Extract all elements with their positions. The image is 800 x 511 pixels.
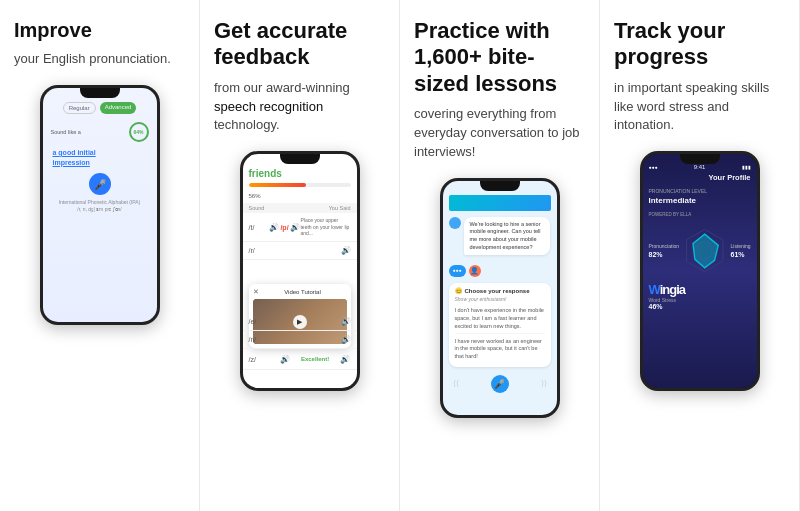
- phoneme-e: /e/: [249, 318, 269, 325]
- speaker-icon-2: 🔊: [290, 223, 300, 232]
- vt-title: Video Tutorial: [284, 289, 321, 295]
- next-icon: ⟩⟩: [541, 379, 547, 388]
- phone-screen-2: friends 56% Sound You Said /t/ 🔊 /p/ 🔊 P…: [243, 154, 357, 388]
- mic-row: ⟨⟨ 🎤 ⟩⟩: [449, 371, 551, 397]
- response-area: 😊 Choose your response Show your enthusi…: [449, 283, 551, 366]
- practice-text: a good initial impression: [53, 148, 147, 168]
- speaker-icon-1: 🔊: [269, 223, 279, 232]
- response-option-2[interactable]: I have never worked as an engineer in th…: [455, 336, 545, 363]
- signal-icon: ●●●: [649, 164, 658, 170]
- status-time: 9:41: [694, 164, 706, 170]
- radar-chart: [679, 223, 730, 278]
- phone-notch-4: [680, 154, 720, 164]
- percent-label: 56%: [243, 193, 357, 199]
- speaker-icon-n: 🔊: [341, 335, 351, 344]
- phone-screen-1: Regular Advanced Sound like a 64% a good…: [43, 88, 157, 322]
- phone-practice: We're looking to hire a senior mobile en…: [414, 174, 585, 499]
- chat-avatar: [449, 217, 461, 229]
- wingia-logo-area: Wingia Word Stress 46%: [649, 282, 751, 310]
- level-label: PRONUNCIATION LEVEL: [649, 188, 751, 194]
- wingia-brand: Wingia: [649, 282, 751, 297]
- panel-2-subtitle: from our award-winning speech recognitio…: [214, 79, 385, 136]
- progress-fill: [249, 183, 306, 187]
- phone-improve: Regular Advanced Sound like a 64% a good…: [14, 81, 185, 499]
- close-icon[interactable]: ✕: [253, 288, 259, 296]
- ipa-text: International Phonetic Alphabet (IPA) /r…: [49, 199, 151, 212]
- profile-title: Your Profile: [649, 173, 751, 182]
- chat-bubble: We're looking to hire a senior mobile en…: [464, 217, 551, 256]
- phone-mockup-2: friends 56% Sound You Said /t/ 🔊 /p/ 🔊 P…: [240, 151, 360, 391]
- panel-3-header: Practice with 1,600+ bite-sized lessons …: [414, 18, 585, 174]
- mic-button[interactable]: 🎤: [89, 173, 111, 195]
- tab-regular[interactable]: Regular: [63, 102, 96, 114]
- phoneme-1: /t/: [249, 224, 269, 231]
- progress-circle: 64%: [129, 122, 149, 142]
- chart-labels-right: Listening 61%: [730, 243, 750, 258]
- pron-label: Pronunciation: [649, 243, 680, 249]
- word-stress-score: 46%: [649, 303, 751, 310]
- prev-icon: ⟨⟨: [453, 379, 459, 388]
- phone-track: ●●● 9:41 ▮▮▮ Your Profile PRONUNCIATION …: [614, 147, 785, 499]
- speaker-icon-z: 🔊: [280, 355, 290, 364]
- phone-mockup-4: ●●● 9:41 ▮▮▮ Your Profile PRONUNCIATION …: [640, 151, 760, 391]
- panel-feedback: Get accurate feedback from our award-win…: [200, 0, 400, 511]
- panel-improve: Improve your English pronunciation. Regu…: [0, 0, 200, 511]
- phone-notch-2: [280, 154, 320, 164]
- phone-top-bar: ●●● 9:41 ▮▮▮: [649, 164, 751, 170]
- wingia-w: W: [649, 282, 660, 297]
- chart-labels-left: Pronunciation 82%: [649, 243, 680, 258]
- powered-by: POWERED BY ELLA: [649, 212, 692, 217]
- chat-actions: ●●● 👤: [449, 265, 551, 277]
- battery-icon: ▮▮▮: [742, 164, 751, 170]
- panel-2-header: Get accurate feedback from our award-win…: [214, 18, 385, 147]
- panel-1-title: Improve your English pronunciation.: [14, 18, 185, 81]
- progress-bar: [249, 183, 351, 187]
- panel-3-title: Practice with 1,600+ bite-sized lessons: [414, 18, 585, 97]
- emoji-icon: 😊: [455, 287, 462, 294]
- vt-header: ✕ Video Tutorial: [253, 288, 347, 296]
- panel-3-subtitle: covering everything from everyday conver…: [414, 105, 585, 162]
- mic-button-3[interactable]: 🎤: [491, 375, 509, 393]
- phone-screen-4: ●●● 9:41 ▮▮▮ Your Profile PRONUNCIATION …: [643, 154, 757, 388]
- desc-1: Place your upper teeth on your lower lip…: [300, 217, 350, 237]
- phone-notch-3: [480, 181, 520, 191]
- pron-score: 82%: [649, 251, 680, 258]
- tabs-container: Regular Advanced: [49, 102, 151, 114]
- panel-4-title: Track your progress: [614, 18, 785, 71]
- table-row: /r/ 🔊: [243, 242, 357, 260]
- wingia-text: ingia: [660, 282, 685, 297]
- said-1: /p/: [280, 224, 288, 231]
- play-button[interactable]: ▶: [293, 315, 307, 329]
- table-header: Sound You Said: [243, 203, 357, 213]
- listening-score: 61%: [730, 251, 750, 258]
- phone-feedback: friends 56% Sound You Said /t/ 🔊 /p/ 🔊 P…: [214, 147, 385, 499]
- phoneme-z: /z/: [249, 356, 269, 363]
- choose-response-title: 😊 Choose your response: [455, 287, 545, 294]
- response-option-1[interactable]: I don't have experience in the mobile sp…: [455, 305, 545, 333]
- panel-4-header: Track your progress in important speakin…: [614, 18, 785, 147]
- speaker-icon-e: 🔊: [341, 317, 351, 326]
- panel-practice: Practice with 1,600+ bite-sized lessons …: [400, 0, 600, 511]
- chat-avatar-user: 👤: [469, 265, 481, 277]
- chat-row: We're looking to hire a senior mobile en…: [449, 217, 551, 262]
- word-display: friends: [243, 168, 357, 179]
- ella-logo: POWERED BY ELLA: [649, 211, 751, 217]
- speaker-icon-z2: 🔊: [340, 355, 350, 364]
- phone-mockup-1: Regular Advanced Sound like a 64% a good…: [40, 85, 160, 325]
- svg-marker-3: [693, 234, 718, 268]
- chat-header-bg: [449, 195, 551, 211]
- chat-btn-1[interactable]: ●●●: [449, 265, 466, 277]
- phone-screen-3: We're looking to hire a senior mobile en…: [443, 181, 557, 415]
- tab-advanced[interactable]: Advanced: [100, 102, 137, 114]
- table-row-n: /n/ 🔊: [243, 331, 357, 349]
- panel-track: Track your progress in important speakin…: [600, 0, 800, 511]
- phoneme-2: /r/: [249, 247, 269, 254]
- chart-area: Pronunciation 82% Listening 61%: [649, 223, 751, 278]
- show-label: Show your enthusiasm!: [455, 296, 545, 302]
- phone-mockup-3: We're looking to hire a senior mobile en…: [440, 178, 560, 418]
- listening-label: Listening: [730, 243, 750, 249]
- table-row: /t/ 🔊 /p/ 🔊 Place your upper teeth on yo…: [243, 213, 357, 242]
- excellent-label: Excellent!: [301, 353, 329, 365]
- phoneme-n: /n/: [249, 336, 269, 343]
- progress-label: Sound like a: [51, 129, 81, 135]
